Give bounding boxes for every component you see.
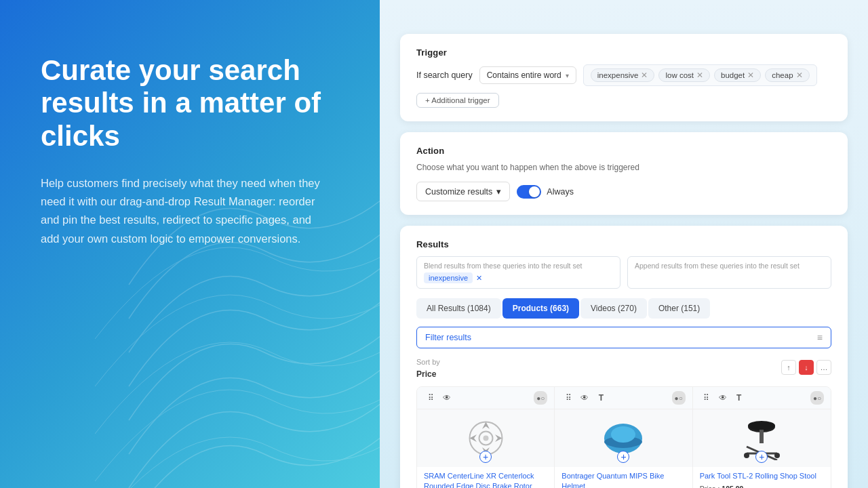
trigger-card: Trigger If search query Contains entire … — [400, 34, 848, 121]
svg-point-12 — [774, 453, 780, 458]
sort-by-container: Sort by Price — [416, 355, 440, 380]
toggle-label: Always — [547, 187, 574, 197]
tab-videos[interactable]: Videos (270) — [580, 298, 647, 319]
action-card: Action Choose what you want to happen wh… — [400, 132, 848, 215]
text-icon[interactable]: T — [594, 391, 608, 405]
sort-desc-button[interactable]: ↓ — [799, 360, 814, 375]
trigger-dropdown[interactable]: Contains entire word ▾ — [479, 66, 576, 84]
add-trigger-button[interactable]: + Additional trigger — [416, 93, 499, 108]
sort-row: Sort by Price ↑ ↓ … — [416, 355, 831, 380]
product-item-3: ⠿ 👁 T ●○ — [693, 387, 831, 488]
tag-lowcost: low cost ✕ — [658, 68, 710, 82]
svg-point-5 — [611, 426, 635, 443]
product-info-1: SRAM CenterLine XR Centerlock Rounded Ed… — [417, 467, 554, 488]
svg-point-2 — [483, 436, 488, 441]
results-card: Results Blend results from these queries… — [400, 226, 848, 488]
toggle-container: Always — [517, 185, 574, 199]
product-item-2: ⠿ 👁 T ●○ + — [555, 387, 692, 488]
trigger-row: If search query Contains entire word ▾ i… — [416, 64, 831, 86]
tag-label: low cost — [665, 71, 694, 79]
product-image-area-3: + — [693, 409, 831, 467]
trigger-title: Trigger — [416, 47, 831, 58]
chevron-down-icon: ▾ — [496, 186, 501, 197]
results-title: Results — [416, 239, 831, 249]
product-grid: ⠿ 👁 ●○ — [416, 386, 831, 488]
filter-bar[interactable]: Filter results ≡ — [416, 327, 831, 348]
drag-icon[interactable]: ⠿ — [700, 391, 713, 405]
toggle-small-icon[interactable]: ●○ — [534, 391, 547, 405]
svg-point-7 — [748, 421, 775, 430]
svg-point-11 — [744, 453, 749, 458]
product-toolbar-3: ⠿ 👁 T ●○ — [693, 387, 831, 409]
blend-tag: inexpensive — [424, 272, 473, 283]
eye-icon[interactable]: 👁 — [440, 391, 454, 405]
sort-asc-button[interactable]: ↑ — [781, 360, 796, 375]
right-panel: Trigger If search query Contains entire … — [380, 0, 868, 488]
toolbar-icons-left-2: ⠿ 👁 T — [561, 391, 608, 405]
action-title: Action — [416, 146, 831, 156]
eye-icon[interactable]: 👁 — [716, 391, 730, 405]
action-row: Customize results ▾ Always — [416, 182, 831, 201]
hero-description: Help customers find precisely what they … — [41, 174, 326, 248]
customize-label: Customize results — [425, 187, 492, 197]
action-subtitle: Choose what you want to happen when the … — [416, 163, 831, 172]
blend-right-box: Append results from these queries into t… — [627, 256, 831, 289]
always-toggle[interactable] — [517, 185, 541, 199]
toolbar-icons-right-3: ●○ — [810, 391, 824, 405]
chevron-down-icon: ▾ — [566, 72, 569, 79]
tag-remove-icon[interactable]: ✕ — [641, 71, 648, 79]
tab-other[interactable]: Other (151) — [648, 298, 710, 319]
product-toolbar-1: ⠿ 👁 ●○ — [417, 387, 554, 409]
blend-left-box: Blend results from these queries into th… — [416, 256, 620, 289]
trigger-label: If search query — [416, 70, 473, 80]
toolbar-icons-left: ⠿ 👁 — [424, 391, 454, 405]
toolbar-icons-left-3: ⠿ 👁 T — [700, 391, 746, 405]
product-price-3: Price : 105.99 — [700, 485, 824, 488]
product-item-1: ⠿ 👁 ●○ — [417, 387, 555, 488]
tags-container: inexpensive ✕ low cost ✕ budget ✕ cheap … — [583, 64, 817, 86]
product-name-2[interactable]: Bontrager Quantum MIPS Bike Helmet — [561, 471, 685, 488]
eye-icon[interactable]: 👁 — [578, 391, 591, 405]
sort-value: Price — [416, 369, 436, 379]
blend-left-title: Blend results from these queries into th… — [424, 262, 613, 270]
toolbar-icons-right-2: ●○ — [672, 391, 686, 405]
tag-inexpensive: inexpensive ✕ — [591, 68, 655, 82]
drag-icon[interactable]: ⠿ — [561, 391, 575, 405]
tag-label: inexpensive — [597, 71, 639, 79]
hero-heading: Curate your search results in a matter o… — [41, 54, 339, 152]
toolbar-icons-right: ●○ — [534, 391, 547, 405]
tag-remove-icon[interactable]: ✕ — [696, 71, 703, 79]
filter-label: Filter results — [425, 333, 471, 342]
blend-right-title: Append results from these queries into t… — [635, 262, 824, 270]
tag-remove-icon[interactable]: ✕ — [796, 71, 803, 79]
add-product-button-2[interactable]: + — [617, 451, 629, 463]
text-icon[interactable]: T — [732, 391, 746, 405]
tab-all-results[interactable]: All Results (1084) — [416, 298, 501, 319]
product-toolbar-2: ⠿ 👁 T ●○ — [555, 387, 692, 409]
filter-icon: ≡ — [817, 332, 823, 343]
product-info-2: Bontrager Quantum MIPS Bike Helmet Price… — [555, 467, 692, 488]
tag-cheap: cheap ✕ — [765, 68, 809, 82]
add-product-button-1[interactable]: + — [479, 451, 492, 463]
trigger-dropdown-label: Contains entire word — [487, 70, 561, 80]
tag-label: budget — [721, 71, 745, 79]
product-name-3[interactable]: Park Tool STL-2 Rolling Shop Stool — [700, 471, 824, 481]
drag-icon[interactable]: ⠿ — [424, 391, 437, 405]
tag-remove-icon[interactable]: ✕ — [747, 71, 754, 79]
toggle-small-icon[interactable]: ●○ — [810, 391, 824, 405]
tag-label: cheap — [772, 71, 793, 79]
blend-tag-remove[interactable]: ✕ — [476, 274, 482, 282]
tab-products[interactable]: Products (663) — [502, 298, 579, 319]
left-panel: Curate your search results in a matter o… — [0, 0, 380, 488]
svg-rect-8 — [760, 430, 764, 443]
product-name-1[interactable]: SRAM CenterLine XR Centerlock Rounded Ed… — [424, 471, 547, 488]
sort-more-button[interactable]: … — [816, 360, 831, 375]
product-image-area-1: + — [417, 409, 554, 467]
product-image-area-2: + — [555, 409, 692, 467]
toggle-small-icon[interactable]: ●○ — [672, 391, 686, 405]
customize-dropdown[interactable]: Customize results ▾ — [416, 182, 510, 201]
tag-budget: budget ✕ — [714, 68, 761, 82]
tabs-row: All Results (1084) Products (663) Videos… — [416, 298, 831, 319]
sort-controls: ↑ ↓ … — [781, 360, 831, 375]
add-product-button-3[interactable]: + — [755, 451, 768, 463]
